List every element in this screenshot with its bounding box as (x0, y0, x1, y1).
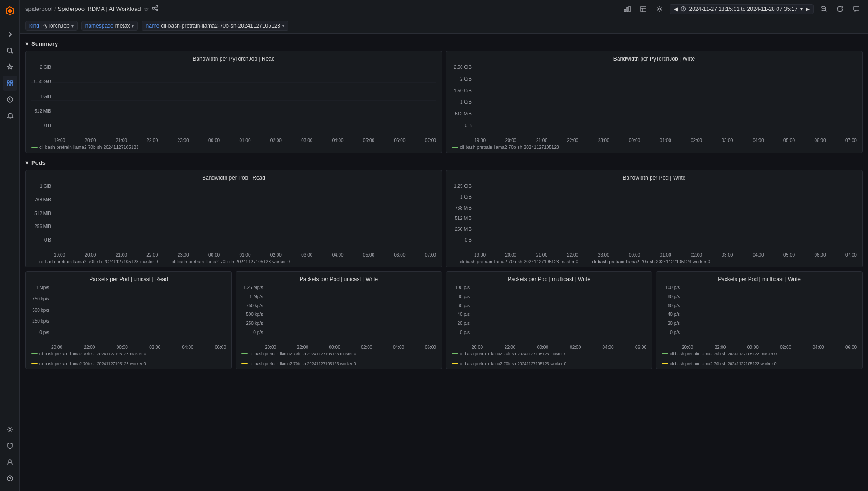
ly1 (31, 363, 38, 364)
zoom-out-icon[interactable] (817, 3, 830, 15)
lg1 (31, 353, 38, 354)
legend-item-write-0: cli-bash-pretrain-llama2-70b-sh-20241127… (452, 145, 559, 150)
sidebar-item-settings[interactable] (3, 422, 17, 437)
chart-pkts-multicast-write-2: Packets per Pod | multicast | Write 100 … (656, 271, 863, 369)
svg-point-19 (659, 8, 661, 10)
x-axis-pkts-uni-write: 20:0022:0000:00 02:0004:0006:00 (265, 345, 436, 350)
svg-point-9 (9, 460, 11, 462)
breadcrumb-org[interactable]: spiderpool (25, 5, 52, 12)
legend-bw-read: cli-bash-pretrain-llama2-70b-sh-20241127… (31, 145, 436, 150)
chart-canvas-bw-read (31, 65, 436, 137)
svg-rect-6 (10, 84, 13, 86)
time-range-picker[interactable]: ◀ 2024-11-27 18:15:01 to 2024-11-28 07:3… (670, 4, 814, 14)
refresh-icon[interactable] (834, 3, 846, 15)
topbar-icons: ◀ 2024-11-27 18:15:01 to 2024-11-28 07:3… (621, 3, 863, 15)
chart-bw-pod-read: Bandwidth per Pod | Read 1 GiB 768 MiB 5… (25, 170, 442, 267)
legend-pkts-uni-read: cli-bash-pretrain-llama2-70b-sh-20241127… (31, 352, 226, 366)
legend-pkts-uni-write: cli-bash-pretrain-llama2-70b-sh-20241127… (241, 352, 436, 366)
legend-item-pod-read-worker: cli-bash-pretrain-llama2-70b-sh-20241127… (163, 259, 290, 264)
legend-item-0: cli-bash-pretrain-llama2-70b-sh-20241127… (31, 145, 139, 150)
legend-bw-write: cli-bash-pretrain-llama2-70b-sh-20241127… (452, 145, 857, 150)
chart-pkts-multicast-write-1: Packets per Pod | multicast | Write 100 … (446, 271, 652, 369)
x-axis-bw-read: 19:0020:0021:00 22:0023:0000:00 01:0002:… (54, 138, 436, 143)
chart-bw-pod-write: Bandwidth per Pod | Write 1.25 GiB 1 GiB… (446, 170, 863, 267)
ly4 (662, 363, 668, 364)
sidebar-item-shield[interactable] (3, 439, 17, 453)
chart-canvas-pkts-uni-read (31, 285, 226, 344)
time-dropdown-icon[interactable]: ▾ (800, 6, 803, 12)
sidebar-item-search[interactable] (3, 43, 17, 58)
chart-icon[interactable] (621, 3, 633, 15)
legend-item-pod-write-worker: cli-bash-pretrain-llama2-70b-sh-20241127… (584, 259, 710, 264)
filter-kind[interactable]: kind PyTorchJob ▾ (25, 21, 78, 31)
comment-icon[interactable] (850, 3, 863, 15)
breadcrumb-sep: / (54, 5, 56, 12)
summary-section-header[interactable]: ▾ Summary (25, 38, 863, 51)
svg-rect-22 (854, 6, 859, 10)
svg-rect-5 (7, 84, 9, 86)
sidebar-item-dashboards[interactable] (3, 76, 17, 91)
svg-rect-16 (627, 7, 628, 12)
legend-pod-read: cli-bash-pretrain-llama2-70b-sh-20241127… (31, 259, 436, 264)
svg-rect-3 (7, 81, 9, 83)
filter-name[interactable]: name cli-bash-pretrain-llama2-70b-sh-202… (142, 21, 288, 31)
prev-time-icon[interactable]: ◀ (674, 6, 678, 12)
legend-yellow-pod-read (163, 262, 170, 262)
lg3 (452, 353, 458, 354)
legend-pkts-uni-read-m: cli-bash-pretrain-llama2-70b-sh-20241127… (31, 352, 146, 356)
legend-pkts-uni-write-m: cli-bash-pretrain-llama2-70b-sh-20241127… (241, 352, 356, 356)
pods-chevron: ▾ (25, 159, 28, 166)
legend-green-pod-read (31, 262, 38, 262)
chart-title-pkts-uni-write: Packets per Pod | unicast | Write (241, 276, 436, 282)
breadcrumb: spiderpool / Spiderpool RDMA | AI Worklo… (25, 5, 141, 12)
sidebar-item-help[interactable] (3, 471, 17, 486)
legend-pkts-multi-2-m: cli-bash-pretrain-llama2-70b-sh-20241127… (662, 352, 777, 356)
svg-marker-1 (8, 9, 12, 13)
legend-pkts-uni-write-w: cli-bash-pretrain-llama2-70b-sh-20241127… (241, 362, 356, 366)
svg-point-8 (9, 429, 11, 431)
logo-icon (3, 4, 17, 18)
svg-point-12 (156, 5, 158, 7)
legend-pkts-multi-2: cli-bash-pretrain-llama2-70b-sh-20241127… (662, 352, 857, 366)
main-content: spiderpool / Spiderpool RDMA | AI Worklo… (20, 0, 868, 491)
share-icon[interactable] (152, 5, 158, 13)
ly3 (452, 363, 458, 364)
pods-section-header[interactable]: ▾ Pods (25, 157, 863, 170)
chart-title-pod-read: Bandwidth per Pod | Read (31, 175, 436, 181)
topbar: spiderpool / Spiderpool RDMA | AI Worklo… (20, 0, 868, 18)
chart-canvas-pod-read (31, 184, 436, 252)
pods-bw-grid: Bandwidth per Pod | Read 1 GiB 768 MiB 5… (25, 170, 863, 267)
chart-title-pkts-uni-read: Packets per Pod | unicast | Read (31, 276, 226, 282)
sidebar-item-explore[interactable] (3, 92, 17, 107)
svg-point-2 (7, 48, 12, 52)
chart-bw-pytorchjob-read: Bandwidth per PyTorchJob | Read 2 GiB 1.… (25, 51, 442, 153)
chart-canvas-pkts-multi-1 (452, 285, 646, 344)
table-icon[interactable] (637, 3, 650, 15)
content-area: ▾ Summary Bandwidth per PyTorchJob | Rea… (20, 34, 868, 491)
svg-rect-17 (629, 6, 630, 12)
sidebar-item-user[interactable] (3, 455, 17, 469)
x-axis-bw-write: 19:0020:0021:00 22:0023:0000:00 01:0002:… (474, 138, 857, 143)
x-axis-pod-write: 19:0020:0021:00 22:0023:0000:00 01:0002:… (474, 253, 857, 257)
lg4 (662, 353, 668, 354)
filter-namespace[interactable]: namespace metax ▾ (81, 21, 138, 31)
breadcrumb-title: Spiderpool RDMA | AI Workload (58, 5, 141, 12)
legend-green-pod-write (452, 262, 458, 262)
next-time-icon[interactable]: ▶ (806, 6, 810, 12)
legend-pkts-multi-1: cli-bash-pretrain-llama2-70b-sh-20241127… (452, 352, 646, 366)
legend-yellow-pod-write (584, 262, 590, 262)
svg-rect-15 (624, 9, 626, 12)
summary-label: Summary (31, 40, 58, 47)
chart-canvas-bw-write (452, 65, 857, 137)
chart-canvas-pkts-multi-2 (662, 285, 857, 344)
star-icon[interactable]: ☆ (143, 5, 149, 13)
settings-icon[interactable] (653, 3, 666, 15)
svg-point-13 (152, 7, 154, 9)
sidebar-item-alerts[interactable] (3, 109, 17, 123)
legend-item-pod-write-master: cli-bash-pretrain-llama2-70b-sh-20241127… (452, 259, 578, 264)
legend-line-green (31, 147, 38, 148)
sidebar-item-expand[interactable] (3, 27, 17, 42)
topbar-left: spiderpool / Spiderpool RDMA | AI Worklo… (25, 5, 621, 13)
sidebar-item-starred[interactable] (3, 60, 17, 74)
x-axis-pkts-multi-2: 20:0022:0000:00 02:0004:0006:00 (682, 345, 857, 350)
